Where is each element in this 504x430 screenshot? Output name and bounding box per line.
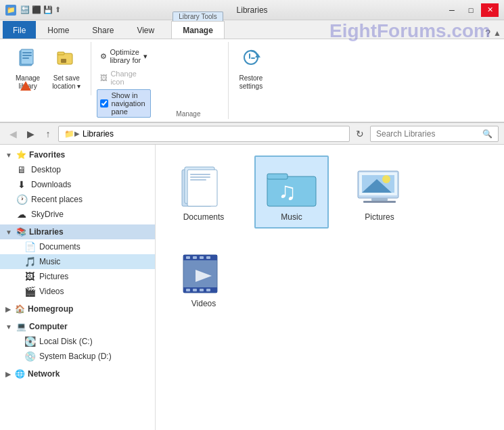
svg-rect-10 <box>249 53 250 59</box>
svg-rect-16 <box>190 176 210 178</box>
ribbon-toggle-icon[interactable]: ▲ <box>493 28 501 38</box>
sidebar-homegroup-header[interactable]: ▶ 🏠 Homegroup <box>0 302 155 316</box>
ribbon-arrow-indicator <box>20 81 31 91</box>
sidebar-section-libraries: ▼ 📚 Libraries 📄 Documents 🎵 Music 🖼 Pict… <box>0 224 155 299</box>
forward-button[interactable]: ▶ <box>23 126 38 141</box>
svg-rect-31 <box>186 256 190 259</box>
homegroup-label: Homegroup <box>28 304 73 314</box>
ribbon-group-restore: Restoresettings <box>229 42 273 95</box>
homegroup-expand-arrow: ▶ <box>5 306 11 313</box>
restore-settings-label: Restoresettings <box>239 74 262 91</box>
sidebar-item-documents-label: Documents <box>39 242 81 252</box>
sidebar-item-local-disk-label: Local Disk (C:) <box>39 337 93 346</box>
optimize-chevron: ▾ <box>143 52 147 61</box>
change-icon-button[interactable]: 🖼 Change icon <box>97 68 151 88</box>
svg-rect-37 <box>200 289 204 291</box>
computer-label: Computer <box>29 322 68 331</box>
tab-manage[interactable]: Manage <box>171 21 225 39</box>
sidebar-item-system-backup[interactable]: 💿 System Backup (D:) <box>0 349 155 364</box>
set-save-location-icon <box>55 47 77 73</box>
sidebar-item-skydrive-label: SkyDrive <box>31 210 64 219</box>
library-item-documents[interactable]: Documents <box>166 156 241 229</box>
address-path: Libraries <box>83 129 114 139</box>
help-icon[interactable]: ? <box>485 28 490 39</box>
skydrive-icon: ☁ <box>16 209 27 220</box>
main-area: ▼ ⭐ Favorites 🖥 Desktop ⬇ Downloads 🕐 Re… <box>0 145 504 430</box>
tab-file[interactable]: File <box>3 21 36 39</box>
ribbon-tabs: File Home Share View Library Tools Manag… <box>0 20 504 39</box>
back-button[interactable]: ◀ <box>5 126 20 141</box>
sidebar-item-skydrive[interactable]: ☁ SkyDrive <box>0 207 155 222</box>
sidebar-section-network: ▶ 🌐 Network <box>0 366 155 381</box>
sidebar-item-recent-places[interactable]: 🕐 Recent places <box>0 192 155 207</box>
search-bar[interactable]: 🔍 <box>370 126 499 142</box>
tab-home[interactable]: Home <box>36 21 81 39</box>
downloads-icon: ⬇ <box>16 179 27 190</box>
close-button[interactable]: ✕ <box>481 3 499 17</box>
sidebar-item-videos[interactable]: 🎬 Videos <box>0 284 155 299</box>
network-expand-arrow: ▶ <box>5 371 11 378</box>
library-item-pictures[interactable]: Pictures <box>342 156 417 229</box>
svg-rect-27 <box>363 201 396 203</box>
optimize-icon: ⚙ <box>100 52 107 61</box>
up-button[interactable]: ↑ <box>41 126 55 141</box>
library-item-videos[interactable]: Videos <box>166 242 241 315</box>
pictures-icon: 🖼 <box>24 271 35 282</box>
videos-icon: 🎬 <box>24 286 35 297</box>
local-disk-icon: 💽 <box>24 336 35 347</box>
svg-rect-26 <box>371 198 388 201</box>
libraries-expand-arrow: ▼ <box>5 229 12 236</box>
library-tools-label: Library Tools <box>173 11 223 21</box>
sidebar-item-local-disk[interactable]: 💽 Local Disk (C:) <box>0 334 155 349</box>
search-icon: 🔍 <box>482 129 492 139</box>
sidebar-libraries-header[interactable]: ▼ 📚 Libraries <box>0 224 155 239</box>
set-save-location-label: Set savelocation ▾ <box>52 74 81 91</box>
documents-library-icon <box>177 162 231 210</box>
optimize-label: Optimize library for <box>110 48 141 64</box>
show-in-nav-button[interactable]: Show in navigation pane <box>97 89 151 118</box>
svg-rect-17 <box>190 179 206 181</box>
sidebar-item-recent-places-label: Recent places <box>31 195 83 204</box>
svg-rect-2 <box>22 52 32 53</box>
sidebar-section-homegroup: ▶ 🏠 Homegroup <box>0 302 155 316</box>
sidebar-network-header[interactable]: ▶ 🌐 Network <box>0 366 155 381</box>
set-save-location-button[interactable]: Set savelocation ▾ <box>47 43 85 94</box>
show-in-nav-checkbox[interactable] <box>100 99 108 108</box>
search-input[interactable] <box>376 129 480 139</box>
manage-library-icon <box>17 47 39 73</box>
ribbon-content: Managelibrary Set savelocation ▾ ⚙ Optim… <box>0 39 504 123</box>
app-icon: 📁 <box>5 5 16 16</box>
address-bar[interactable]: 📁 ▶ Libraries <box>58 126 350 142</box>
svg-rect-32 <box>193 256 197 259</box>
minimize-button[interactable]: ─ <box>443 3 461 17</box>
sidebar-item-desktop-label: Desktop <box>31 165 61 174</box>
sidebar-favorites-header[interactable]: ▼ ⭐ Favorites <box>0 147 155 162</box>
change-icon-label: Change icon <box>110 70 147 86</box>
sidebar-computer-header[interactable]: ▼ 💻 Computer <box>0 319 155 334</box>
system-backup-icon: 💿 <box>24 351 35 362</box>
show-in-nav-label: Show in navigation pane <box>111 91 147 116</box>
sidebar-item-downloads-label: Downloads <box>31 180 71 189</box>
sidebar-item-downloads[interactable]: ⬇ Downloads <box>0 177 155 192</box>
pictures-library-label: Pictures <box>365 212 394 222</box>
title-bar-left: 📁 🔙 ⬛ 💾 ⬆ <box>5 5 61 16</box>
sidebar-item-desktop[interactable]: 🖥 Desktop <box>0 162 155 177</box>
group-manage-label: Manage <box>154 108 223 118</box>
tab-view[interactable]: View <box>125 21 166 39</box>
favorites-star-icon: ⭐ <box>16 150 26 160</box>
tab-share[interactable]: Share <box>81 21 125 39</box>
ribbon-group-manage: Managelibrary Set savelocation ▾ <box>5 42 91 95</box>
library-item-music[interactable]: ♫ Music <box>254 156 329 229</box>
maximize-button[interactable]: □ <box>462 3 480 17</box>
sidebar-item-system-backup-label: System Backup (D:) <box>39 352 112 361</box>
optimize-library-button[interactable]: ⚙ Optimize library for ▾ <box>97 46 151 66</box>
restore-settings-button[interactable]: Restoresettings <box>234 43 267 94</box>
title-bar: 📁 🔙 ⬛ 💾 ⬆ Libraries ─ □ ✕ <box>0 0 504 20</box>
sidebar-item-documents[interactable]: 📄 Documents <box>0 239 155 254</box>
videos-library-label: Videos <box>191 299 216 308</box>
refresh-button[interactable]: ↻ <box>352 126 367 141</box>
sidebar-item-music[interactable]: 🎵 Music <box>0 254 155 269</box>
svg-rect-3 <box>22 55 32 56</box>
music-icon: 🎵 <box>24 256 35 267</box>
sidebar-item-pictures[interactable]: 🖼 Pictures <box>0 269 155 284</box>
